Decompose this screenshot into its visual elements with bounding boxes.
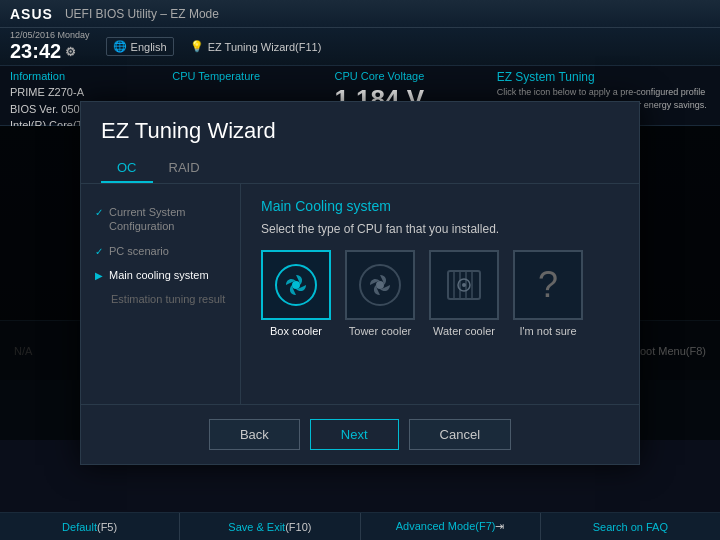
fan-option-unsure[interactable]: ? I'm not sure [513,250,583,337]
fan-icon-box-water [429,250,499,320]
footer-default[interactable]: Default(F5) [0,513,180,540]
main-area: N/A ⚙ EXT FAN1 N/A 1034 RPM ⚙ EXT FAN2 N… [0,126,720,440]
back-button[interactable]: Back [209,419,300,450]
fan-icon-box-box [261,250,331,320]
cpu-voltage-title: CPU Core Voltage [334,70,476,82]
footer-save-label: Save & Exit(F10) [228,521,311,533]
cancel-button[interactable]: Cancel [409,419,511,450]
step-3: ▶ Main cooling system [91,263,230,287]
ez-system-title: EZ System Tuning [497,70,710,84]
modal-overlay: EZ Tuning Wizard OC RAID ✓ Current Syste… [0,126,720,440]
date-label: 12/05/2016 Monday [10,30,90,40]
header-bar: ASUS UEFI BIOS Utility – EZ Mode [0,0,720,28]
tab-raid[interactable]: RAID [153,154,216,183]
footer-save-exit[interactable]: Save & Exit(F10) [180,513,360,540]
wizard-tabs: OC RAID [81,154,639,184]
wizard-steps: ✓ Current System Configuration ✓ PC scen… [81,184,241,404]
content-desc: Select the type of CPU fan that you inst… [261,222,619,236]
footer-search[interactable]: Search on FAQ [541,513,720,540]
gear-icon[interactable]: ⚙ [65,45,76,59]
svg-point-3 [376,281,384,289]
question-mark-icon: ? [538,264,558,306]
step-1-label: Current System Configuration [109,205,226,234]
step-2: ✓ PC scenario [91,239,230,263]
step-1: ✓ Current System Configuration [91,200,230,239]
wizard-content: Main Cooling system Select the type of C… [241,184,639,404]
time-bar: 12/05/2016 Monday 23:42 ⚙ 🌐 English 💡 EZ… [0,28,720,66]
asus-logo: ASUS [10,6,53,22]
fan-options: Box cooler [261,250,619,337]
footer-search-label: Search on FAQ [593,521,668,533]
arrow-icon-3: ▶ [95,269,103,282]
check-icon-1: ✓ [95,206,103,219]
language-label: English [131,41,167,53]
step-4: Estimation tuning result [91,287,230,311]
fan-icon-box-tower [345,250,415,320]
language-button[interactable]: 🌐 English [106,37,174,56]
check-icon-2: ✓ [95,245,103,258]
water-cooler-svg [440,261,488,309]
svg-point-1 [292,281,300,289]
step-4-label: Estimation tuning result [111,292,225,306]
wizard-body: ✓ Current System Configuration ✓ PC scen… [81,184,639,404]
tab-oc[interactable]: OC [101,154,153,183]
date-time: 12/05/2016 Monday 23:42 ⚙ [10,30,90,63]
fan-label-box: Box cooler [270,325,322,337]
footer-bar: Default(F5) Save & Exit(F10) Advanced Mo… [0,512,720,540]
lightbulb-icon: 💡 [190,40,204,53]
info-model: PRIME Z270-A [10,84,152,101]
fan-option-water[interactable]: Water cooler [429,250,499,337]
fan-label-water: Water cooler [433,325,495,337]
fan-icon-box-unsure: ? [513,250,583,320]
step-2-label: PC scenario [109,244,169,258]
footer-default-label: Default(F5) [62,521,117,533]
wizard-modal: EZ Tuning Wizard OC RAID ✓ Current Syste… [80,101,640,465]
fan-option-tower[interactable]: Tower cooler [345,250,415,337]
ez-wizard-button[interactable]: 💡 EZ Tuning Wizard(F11) [190,40,322,53]
box-cooler-svg [272,261,320,309]
wizard-buttons: Back Next Cancel [81,404,639,464]
globe-icon: 🌐 [113,40,127,53]
step-3-label: Main cooling system [109,268,209,282]
tower-cooler-svg [356,261,404,309]
fan-option-box[interactable]: Box cooler [261,250,331,337]
svg-point-10 [462,283,466,287]
content-section-title: Main Cooling system [261,198,619,214]
time-value: 23:42 [10,40,61,63]
ez-wizard-label: EZ Tuning Wizard(F11) [208,41,322,53]
fan-label-unsure: I'm not sure [519,325,576,337]
cpu-temp-title: CPU Temperature [172,70,314,82]
header-title: UEFI BIOS Utility – EZ Mode [65,7,219,21]
info-title: Information [10,70,152,82]
footer-advanced-label: Advanced Mode(F7)⇥ [396,520,505,533]
footer-advanced[interactable]: Advanced Mode(F7)⇥ [361,513,541,540]
fan-label-tower: Tower cooler [349,325,411,337]
next-button[interactable]: Next [310,419,399,450]
wizard-title: EZ Tuning Wizard [81,102,639,154]
